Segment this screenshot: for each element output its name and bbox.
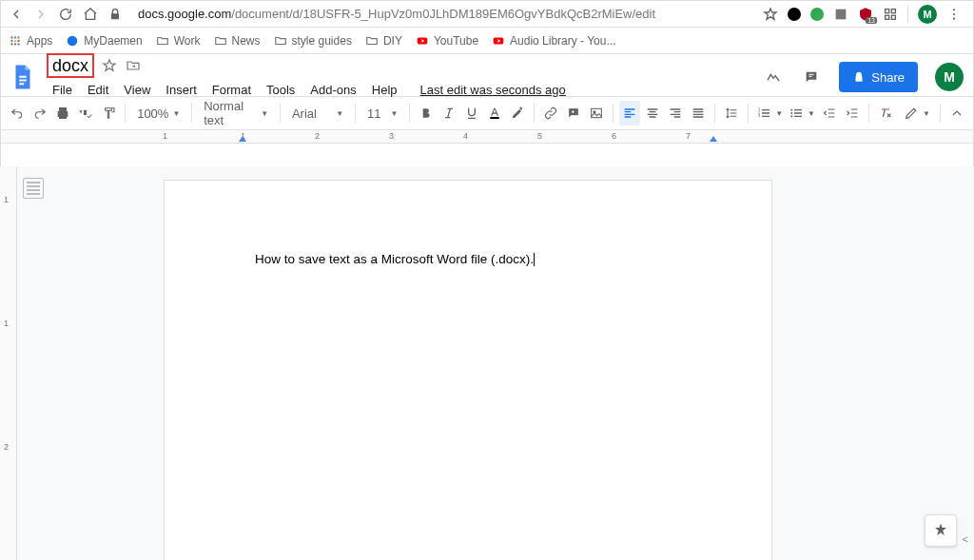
svg-rect-3 (891, 15, 895, 19)
clear-format-button[interactable] (875, 101, 896, 126)
linespacing-button[interactable] (721, 101, 742, 126)
globe-icon (66, 34, 79, 48)
formatting-toolbar: 100%▼ Normal text▼ Arial▼ 11▼ 123▼ ▼ ▼ (1, 96, 973, 130)
browser-avatar[interactable]: M (918, 5, 937, 24)
apps-button[interactable]: Apps (9, 34, 52, 48)
url-bar[interactable]: docs.google.com/document/d/18USFR-5_HupV… (132, 5, 753, 24)
ext-grid-icon[interactable] (883, 7, 898, 22)
menu-tools[interactable]: Tools (261, 83, 301, 97)
indent-left-marker[interactable] (239, 136, 246, 142)
comment-button[interactable] (563, 101, 584, 126)
share-button[interactable]: Share (839, 62, 918, 92)
home-icon[interactable] (83, 7, 98, 22)
indent-right-marker[interactable] (710, 136, 717, 142)
menu-file[interactable]: File (47, 83, 78, 97)
svg-rect-20 (592, 108, 602, 117)
lock-icon (852, 70, 866, 84)
outline-toggle-button[interactable] (23, 178, 44, 199)
bookmark-youtube[interactable]: YouTube (416, 34, 478, 48)
svg-point-5 (953, 12, 955, 14)
svg-point-10 (10, 39, 12, 41)
editing-mode-button[interactable]: ▼ (900, 102, 934, 125)
align-center-button[interactable] (642, 101, 663, 126)
ext-dot-green[interactable] (810, 8, 824, 21)
star-icon[interactable] (102, 58, 117, 73)
menu-help[interactable]: Help (366, 83, 403, 97)
paint-format-button[interactable] (98, 101, 119, 126)
italic-button[interactable] (438, 101, 459, 126)
back-icon[interactable] (9, 7, 24, 22)
reload-icon[interactable] (58, 7, 73, 22)
numbered-list-button[interactable]: 123▼ (754, 102, 785, 125)
vertical-ruler[interactable]: 112 (0, 166, 17, 560)
folder-icon (214, 34, 227, 48)
explore-button[interactable] (925, 514, 957, 547)
docs-logo[interactable] (7, 61, 39, 93)
fontsize-dropdown[interactable]: 11▼ (361, 102, 403, 125)
document-page[interactable]: How to save text as a Microsoft Word fil… (164, 180, 772, 560)
forward-icon[interactable] (33, 7, 49, 22)
ext-ublock-icon[interactable]: 13 (858, 7, 873, 22)
style-dropdown[interactable]: Normal text▼ (198, 102, 274, 125)
indent-button[interactable] (842, 101, 863, 126)
move-folder-icon[interactable] (125, 58, 142, 73)
header-right: Share M (763, 62, 964, 92)
text-cursor (534, 253, 535, 266)
outdent-button[interactable] (819, 101, 840, 126)
print-button[interactable] (52, 101, 73, 126)
bookmark-diy[interactable]: DIY (365, 34, 402, 48)
comments-icon[interactable] (801, 67, 822, 87)
ext-badge: 13 (866, 17, 877, 24)
svg-point-27 (790, 115, 792, 117)
bookmark-mydaemen[interactable]: MyDaemen (66, 34, 142, 48)
spellcheck-button[interactable] (75, 101, 96, 126)
align-right-button[interactable] (665, 101, 686, 126)
browser-actions: 13 M (763, 5, 965, 24)
last-edit-link[interactable]: Last edit was seconds ago (415, 83, 572, 97)
svg-point-7 (10, 36, 12, 38)
redo-button[interactable] (29, 101, 50, 126)
browser-menu-icon[interactable] (946, 7, 962, 22)
collapse-toolbar-button[interactable] (946, 101, 967, 126)
font-dropdown[interactable]: Arial▼ (286, 102, 349, 125)
svg-point-11 (14, 39, 16, 41)
svg-point-15 (17, 43, 19, 45)
bold-button[interactable] (416, 101, 437, 126)
ext-shield-icon[interactable] (833, 7, 848, 22)
bookmark-work[interactable]: Work (156, 34, 201, 48)
bulleted-list-button[interactable]: ▼ (787, 102, 817, 125)
svg-point-6 (953, 17, 955, 19)
bookmark-audiolib[interactable]: Audio Library - You... (492, 34, 615, 48)
account-avatar[interactable]: M (935, 63, 964, 91)
menu-addons[interactable]: Add-ons (304, 83, 361, 97)
folder-icon (156, 34, 169, 48)
browser-toolbar: docs.google.com/document/d/18USFR-5_HupV… (1, 1, 973, 28)
underline-button[interactable] (461, 101, 482, 126)
horizontal-ruler[interactable]: 1 1 2 3 4 5 6 7 (1, 130, 973, 144)
menu-view[interactable]: View (118, 83, 156, 97)
image-button[interactable] (586, 101, 607, 126)
menu-bar: File Edit View Insert Format Tools Add-o… (47, 78, 572, 101)
side-panel-toggle[interactable]: < (963, 533, 968, 545)
ext-dot-black[interactable] (788, 8, 801, 21)
link-button[interactable] (540, 101, 561, 126)
menu-insert[interactable]: Insert (160, 83, 203, 97)
url-path: /document/d/18USFR-5_HupVz0m0JLhDM189EM6… (231, 7, 655, 21)
activity-icon[interactable] (763, 67, 784, 87)
menu-format[interactable]: Format (206, 83, 257, 97)
align-justify-button[interactable] (688, 101, 709, 126)
textcolor-button[interactable] (484, 101, 505, 126)
svg-rect-0 (886, 9, 889, 12)
star-outline-icon[interactable] (763, 7, 778, 22)
document-title[interactable]: docx (47, 53, 94, 78)
document-canvas[interactable]: How to save text as a Microsoft Word fil… (49, 166, 974, 560)
bookmark-styleguides[interactable]: style guides (274, 34, 352, 48)
align-left-button[interactable] (619, 101, 640, 126)
menu-edit[interactable]: Edit (82, 83, 114, 97)
bookmark-news[interactable]: News (214, 34, 261, 48)
zoom-dropdown[interactable]: 100%▼ (131, 102, 185, 125)
share-label: Share (871, 70, 905, 85)
undo-button[interactable] (7, 101, 28, 126)
workspace: 112 How to save text as a Microsoft Word… (0, 166, 974, 560)
highlight-button[interactable] (507, 101, 528, 126)
